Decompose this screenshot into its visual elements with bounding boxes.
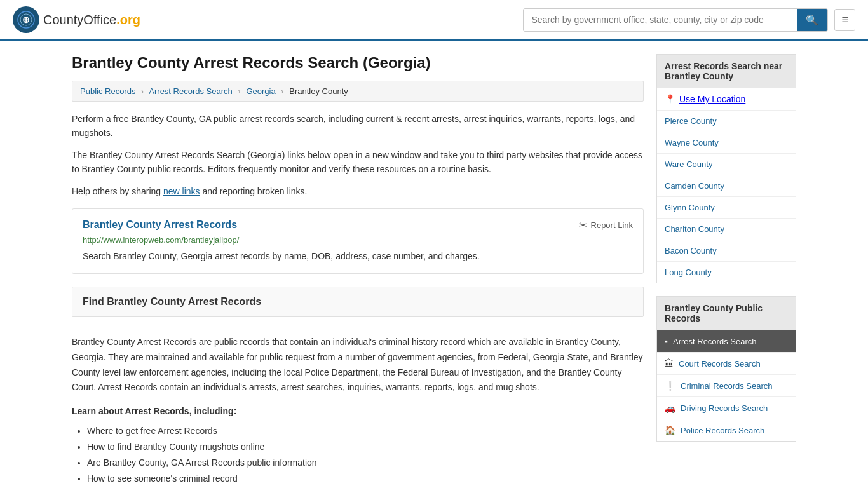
report-link[interactable]: ✂ Report Link [579,219,633,231]
record-url[interactable]: http://www.interopweb.com/brantleyjailpo… [83,235,633,245]
page-title: Brantley County Arrest Records Search (G… [72,54,644,72]
find-section-title: Find Brantley County Arrest Records [83,296,633,308]
public-records-list: ▪ Arrest Records Search 🏛 Court Records … [656,330,796,442]
nearby-county-link-6[interactable]: Charlton County [665,224,724,234]
breadcrumb-georgia[interactable]: Georgia [246,86,275,96]
nearby-section-title: Arrest Records Search near Brantley Coun… [656,54,796,88]
logo-area[interactable]: ⊕ CountyOffice.org [13,6,140,33]
bullet-item: How to find Brantley County mugshots onl… [87,440,644,454]
content-area: Brantley County Arrest Records Search (G… [72,54,644,488]
record-description: Search Brantley County, Georgia arrest r… [83,250,633,263]
breadcrumb-arrest-records[interactable]: Arrest Records Search [149,86,233,96]
nearby-county-7[interactable]: Bacon County [657,240,796,262]
svg-text:⊕: ⊕ [22,15,30,25]
use-my-location-item[interactable]: 📍 Use My Location [657,88,796,111]
description-2: The Brantley County Arrest Records Searc… [72,148,644,177]
location-icon: 📍 [665,94,675,104]
breadcrumb-public-records[interactable]: Public Records [80,86,135,96]
court-records-link[interactable]: Court Records Search [679,359,761,369]
bullet-list: Where to get free Arrest Records How to … [72,424,644,488]
menu-button[interactable]: ≡ [834,9,855,31]
nearby-county-link-3[interactable]: Ware County [665,159,712,169]
public-records-section: Brantley County Public Records ▪ Arrest … [656,296,796,442]
nearby-county-link-8[interactable]: Long County [665,268,712,277]
nearby-county-link-4[interactable]: Camden County [665,181,724,191]
site-header: ⊕ CountyOffice.org 🔍 ≡ [0,0,868,41]
nearby-title-text: Arrest Records Search near Brantley Coun… [665,61,782,81]
public-records-title: Brantley County Public Records [656,296,796,330]
logo-tld: .org [116,13,140,27]
logo-text: CountyOffice.org [43,13,140,27]
bullet-item: How to see someone's criminal record [87,472,644,485]
find-section-body: Brantley County Arrest Records are publi… [72,327,644,488]
bullet-item: Are Brantley County, GA Arrest Records p… [87,456,644,470]
nearby-county-link-2[interactable]: Wayne County [665,138,719,147]
use-my-location-link[interactable]: Use My Location [679,94,745,104]
bullet-item: Where to get free Arrest Records [87,424,644,438]
breadcrumb-county: Brantley County [289,86,348,96]
criminal-icon: ❕ [665,381,675,391]
help-text-after: and reporting broken links. [200,186,308,196]
nearby-county-6[interactable]: Charlton County [657,219,796,240]
breadcrumb-sep-1: › [141,86,144,96]
pub-record-police[interactable]: 🏠 Police Records Search [657,419,796,441]
record-card: Brantley County Arrest Records ✂ Report … [72,208,644,274]
new-links-link[interactable]: new links [163,186,200,196]
search-button[interactable]: 🔍 [797,9,827,31]
description-1: Perform a free Brantley County, GA publi… [72,112,644,140]
nearby-list: 📍 Use My Location Pierce County Wayne Co… [656,88,796,283]
find-section-header: Find Brantley County Arrest Records [72,287,644,317]
nearby-county-5[interactable]: Glynn County [657,197,796,219]
nearby-county-link-5[interactable]: Glynn County [665,203,715,212]
police-records-link[interactable]: Police Records Search [681,426,764,435]
find-body-text: Brantley County Arrest Records are publi… [72,335,644,395]
nearby-county-2[interactable]: Wayne County [657,132,796,154]
nearby-county-link-7[interactable]: Bacon County [665,246,717,255]
pub-record-arrest[interactable]: ▪ Arrest Records Search [657,330,796,353]
search-input[interactable] [524,9,797,31]
sidebar: Arrest Records Search near Brantley Coun… [656,54,796,488]
breadcrumb-sep-3: › [281,86,283,96]
police-icon: 🏠 [665,425,675,435]
arrest-records-link[interactable]: Arrest Records Search [673,337,757,346]
nearby-county-1[interactable]: Pierce County [657,111,796,132]
pub-record-court[interactable]: 🏛 Court Records Search [657,353,796,375]
nearby-county-8[interactable]: Long County [657,262,796,283]
logo-icon: ⊕ [13,6,39,33]
criminal-records-link[interactable]: Criminal Records Search [681,381,773,391]
breadcrumb-sep-2: › [238,86,240,96]
nearby-county-4[interactable]: Camden County [657,175,796,197]
nearby-section: Arrest Records Search near Brantley Coun… [656,54,796,283]
search-container: 🔍 [523,8,828,32]
logo-name: CountyOffice [43,13,116,27]
header-right: 🔍 ≡ [523,8,855,32]
breadcrumb: Public Records › Arrest Records Search ›… [72,81,644,102]
record-title-link[interactable]: Brantley County Arrest Records [83,219,237,231]
learn-heading: Learn about Arrest Records, including: [72,404,644,419]
nearby-county-link-1[interactable]: Pierce County [665,116,717,126]
pub-record-criminal[interactable]: ❕ Criminal Records Search [657,375,796,397]
driving-icon: 🚗 [665,403,675,413]
court-icon: 🏛 [665,358,674,369]
record-card-header: Brantley County Arrest Records ✂ Report … [83,219,633,231]
pub-record-driving[interactable]: 🚗 Driving Records Search [657,397,796,419]
report-label: Report Link [591,220,633,230]
arrest-icon: ▪ [665,336,668,346]
main-container: Brantley County Arrest Records Search (G… [59,41,809,488]
public-records-title-text: Brantley County Public Records [665,303,763,323]
report-icon: ✂ [579,219,587,231]
driving-records-link[interactable]: Driving Records Search [681,403,768,413]
help-text: Help others by sharing new links and rep… [72,184,644,198]
help-text-before: Help others by sharing [72,186,163,196]
nearby-county-3[interactable]: Ware County [657,154,796,175]
